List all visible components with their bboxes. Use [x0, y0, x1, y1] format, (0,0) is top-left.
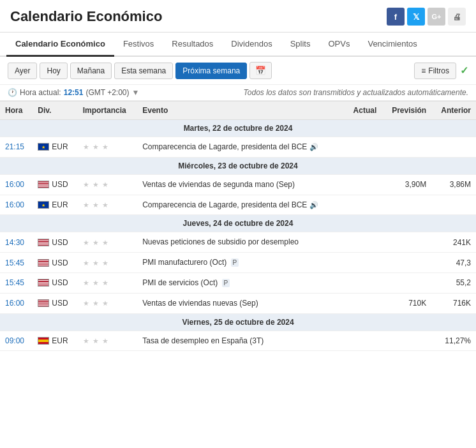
cell-currency: USD [33, 253, 77, 273]
filter-section: ≡ Filtros ✓ [414, 63, 468, 79]
tab-opvs[interactable]: OPVs [319, 33, 359, 57]
tab-splits[interactable]: Splits [281, 33, 320, 57]
table-row: 14:30USD★ ★ ★Nuevas peticiones de subsid… [0, 232, 476, 253]
filter-button[interactable]: ≡ Filtros [414, 63, 456, 79]
print-icon[interactable]: 🖨 [448, 8, 466, 26]
table-row: 16:00 ★ EUR★ ★ ★Comparecencia de Lagarde… [0, 195, 476, 215]
cell-currency: USD [33, 293, 77, 313]
cell-event: Comparecencia de Lagarde, presidenta del… [137, 137, 344, 158]
cell-importance: ★ ★ ★ [78, 195, 138, 215]
twitter-icon[interactable]: 𝕏 [407, 8, 425, 26]
cell-actual [345, 195, 382, 215]
cell-actual [345, 331, 382, 351]
cell-currency: EUR [33, 331, 77, 351]
col-importancia: Importancia [78, 101, 138, 120]
table-row: 16:00USD★ ★ ★Ventas de viviendas de segu… [0, 174, 476, 195]
cell-importance: ★ ★ ★ [78, 174, 138, 195]
cell-event: Tasa de desempleo en España (3T) [137, 331, 344, 351]
cell-anterior: 55,2 [431, 273, 476, 293]
data-note: Todos los datos son transmitidos y actua… [244, 88, 468, 97]
table-row: 15:45USD★ ★ ★PMI de servicios (Oct) P55,… [0, 273, 476, 293]
cell-time: 16:00 [0, 293, 33, 313]
cell-currency: USD [33, 273, 77, 293]
cell-importance: ★ ★ ★ [78, 293, 138, 313]
cell-time: 15:45 [0, 253, 33, 273]
calendar-picker-button[interactable]: 📅 [249, 62, 272, 79]
cell-time: 16:00 [0, 195, 33, 215]
col-prevision: Previsión [382, 101, 431, 120]
tab-dividendos[interactable]: Dividendos [222, 33, 281, 57]
col-hora: Hora [0, 101, 33, 120]
economic-calendar-table: Hora Div. Importancia Evento Actual Prev… [0, 101, 476, 351]
cell-actual [345, 174, 382, 195]
header: Calendario Económico f 𝕏 G+ 🖨 [0, 0, 476, 33]
cell-anterior: 3,86M [431, 174, 476, 195]
btn-manana[interactable]: Mañana [70, 63, 112, 79]
cell-event: Ventas de viviendas de segunda mano (Sep… [137, 174, 344, 195]
timezone-dropdown[interactable]: ▼ [132, 88, 140, 97]
filter-label: Filtros [428, 66, 449, 75]
cell-time: 15:45 [0, 273, 33, 293]
btn-esta-semana[interactable]: Esta semana [114, 63, 173, 79]
cell-importance: ★ ★ ★ [78, 137, 138, 158]
cell-prevision: 710K [382, 293, 431, 313]
cell-time: 14:30 [0, 232, 33, 253]
tab-calendario-economico[interactable]: Calendario Económico [6, 33, 114, 57]
cell-currency: ★ EUR [33, 195, 77, 215]
cell-event: Nuevas peticiones de subsidio por desemp… [137, 232, 344, 253]
cell-anterior: 716K [431, 293, 476, 313]
cell-importance: ★ ★ ★ [78, 273, 138, 293]
cell-time: 21:15 [0, 137, 33, 158]
time-buttons: Ayer Hoy Mañana Esta semana Próxima sema… [8, 62, 272, 79]
btn-ayer[interactable]: Ayer [8, 63, 37, 79]
cell-event: PMI manufacturero (Oct) P [137, 253, 344, 273]
cell-event: Comparecencia de Lagarde, presidenta del… [137, 195, 344, 215]
tab-vencimientos[interactable]: Vencimientos [359, 33, 426, 57]
section-header: Jueves, 24 de octubre de 2024 [0, 215, 476, 232]
col-div: Div. [33, 101, 77, 120]
cell-prevision [382, 137, 431, 158]
controls-bar: Ayer Hoy Mañana Esta semana Próxima sema… [0, 57, 476, 85]
col-evento: Evento [137, 101, 344, 120]
table-row: 21:15 ★ EUR★ ★ ★Comparecencia de Lagarde… [0, 137, 476, 158]
table-header-row: Hora Div. Importancia Evento Actual Prev… [0, 101, 476, 120]
time-info: 🕐 Hora actual: 12:51 (GMT +2:00) ▼ [8, 88, 139, 97]
cell-actual [345, 253, 382, 273]
cell-actual [345, 137, 382, 158]
app-container: Calendario Económico f 𝕏 G+ 🖨 Calendario… [0, 0, 476, 351]
cell-prevision [382, 331, 431, 351]
col-anterior: Anterior [431, 101, 476, 120]
hora-actual-label: Hora actual: [20, 88, 61, 97]
cell-prevision [382, 232, 431, 253]
filter-check-icon: ✓ [460, 64, 468, 77]
cell-time: 16:00 [0, 174, 33, 195]
googleplus-icon[interactable]: G+ [428, 8, 445, 26]
tabs: Calendario Económico Festivos Resultados… [0, 33, 476, 57]
cell-importance: ★ ★ ★ [78, 232, 138, 253]
info-bar: 🕐 Hora actual: 12:51 (GMT +2:00) ▼ Todos… [0, 85, 476, 101]
timezone: (GMT +2:00) [86, 88, 129, 97]
cell-actual [345, 232, 382, 253]
cell-importance: ★ ★ ★ [78, 253, 138, 273]
cell-currency: USD [33, 232, 77, 253]
tab-festivos[interactable]: Festivos [114, 33, 163, 57]
cell-anterior: 11,27% [431, 331, 476, 351]
table-row: 09:00EUR★ ★ ★Tasa de desempleo en España… [0, 331, 476, 351]
cell-actual [345, 273, 382, 293]
tab-resultados[interactable]: Resultados [163, 33, 222, 57]
cell-prevision [382, 253, 431, 273]
cell-event: PMI de servicios (Oct) P [137, 273, 344, 293]
section-header: Miércoles, 23 de octubre de 2024 [0, 157, 476, 174]
table-row: 16:00USD★ ★ ★Ventas de viviendas nuevas … [0, 293, 476, 313]
clock-icon: 🕐 [8, 88, 17, 97]
cell-anterior: 241K [431, 232, 476, 253]
cell-currency: USD [33, 174, 77, 195]
facebook-icon[interactable]: f [387, 8, 405, 26]
cell-currency: ★ EUR [33, 137, 77, 158]
cell-prevision [382, 195, 431, 215]
section-header: Martes, 22 de octubre de 2024 [0, 120, 476, 137]
btn-hoy[interactable]: Hoy [40, 63, 67, 79]
section-header: Viernes, 25 de octubre de 2024 [0, 313, 476, 331]
btn-proxima-semana[interactable]: Próxima semana [175, 63, 247, 79]
cell-actual [345, 293, 382, 313]
